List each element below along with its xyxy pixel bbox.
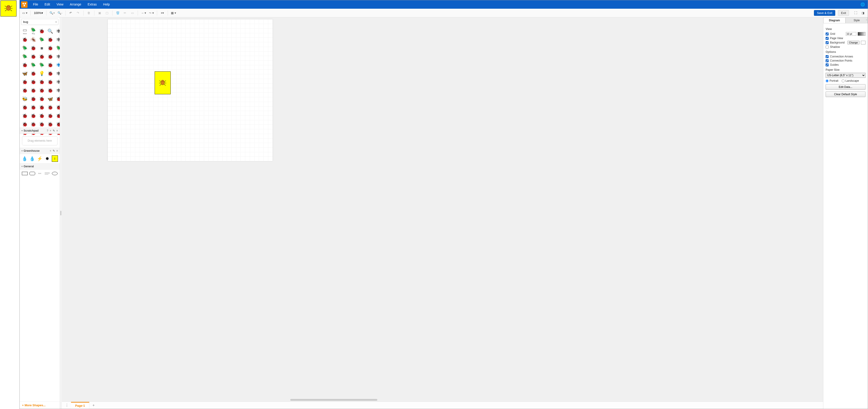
greenhouse-header[interactable]: ▾ Greenhouse + ✎ × bbox=[20, 148, 60, 154]
to-front-button[interactable]: ▣ bbox=[97, 10, 103, 16]
greenhouse-edit-icon[interactable]: ✎ bbox=[53, 149, 55, 152]
shape-result[interactable]: 🐞 bbox=[21, 61, 29, 69]
fullscreen-button[interactable]: ⛶ bbox=[852, 10, 859, 16]
fan-icon[interactable]: ✹ bbox=[44, 156, 51, 162]
rounded-rect-shape[interactable] bbox=[29, 171, 36, 176]
canvas-scroll[interactable] bbox=[62, 18, 823, 402]
yellow-card-icon[interactable]: ▯ bbox=[52, 156, 58, 162]
line-color-button[interactable]: ✏ bbox=[122, 10, 128, 16]
page-tab-1[interactable]: Page-1 bbox=[71, 402, 89, 409]
menu-view[interactable]: View bbox=[53, 0, 67, 9]
menu-file[interactable]: File bbox=[30, 0, 41, 9]
shape-result[interactable]: 🐞 bbox=[38, 95, 45, 103]
grid-color-swatch[interactable] bbox=[858, 32, 866, 36]
table-button[interactable]: ▦ ▾ bbox=[170, 10, 177, 16]
shadow-checkbox[interactable]: Shadow bbox=[826, 45, 840, 48]
scratchpad-edit-icon[interactable]: ✎ bbox=[53, 129, 55, 132]
shape-result[interactable]: 🐞 bbox=[38, 103, 45, 111]
shape-result[interactable]: 🐞 bbox=[46, 61, 54, 69]
shape-result[interactable]: 🐞 bbox=[46, 53, 54, 60]
leaf-drop-icon[interactable]: 💧 bbox=[29, 156, 35, 162]
shape-result[interactable]: 🐞 bbox=[46, 121, 54, 128]
scratchpad-add-icon[interactable]: + bbox=[50, 129, 51, 132]
sidebar-splitter[interactable] bbox=[60, 18, 62, 409]
undo-button[interactable]: ↶ bbox=[68, 10, 74, 16]
greenhouse-add-icon[interactable]: + bbox=[50, 149, 51, 152]
paper-size-select[interactable]: US-Letter (8,5" x 11") bbox=[826, 73, 866, 78]
guides-checkbox[interactable]: Guides bbox=[826, 63, 839, 66]
shape-result[interactable]: 🐞 bbox=[30, 95, 37, 103]
shape-result[interactable]: 🐞 bbox=[55, 103, 60, 111]
zoom-select[interactable]: 100% ▾ bbox=[33, 11, 44, 15]
shape-result[interactable]: 🐞 bbox=[38, 87, 45, 94]
view-toggle-button[interactable]: ▭ ▾ bbox=[22, 10, 28, 16]
shape-result[interactable]: 🪳 bbox=[30, 36, 37, 43]
shape-result[interactable]: 🕷 bbox=[55, 70, 60, 77]
shape-result[interactable]: 🐞 bbox=[30, 53, 37, 60]
clear-default-style-button[interactable]: Clear Default Style bbox=[826, 92, 866, 97]
diagram-page[interactable] bbox=[108, 19, 273, 161]
shape-result[interactable]: 🪲 bbox=[55, 44, 60, 52]
tab-style[interactable]: Style bbox=[845, 18, 868, 23]
shape-result[interactable]: 🐞 bbox=[46, 87, 54, 94]
shape-result[interactable]: 🐞 bbox=[21, 87, 29, 94]
shadow-button[interactable]: ▭ bbox=[129, 10, 135, 16]
shape-result[interactable]: 🕷 bbox=[55, 87, 60, 94]
orientation-portrait[interactable]: Portrait bbox=[826, 79, 838, 82]
app-logo[interactable] bbox=[21, 1, 28, 8]
shape-result[interactable]: 🐞 bbox=[30, 103, 37, 111]
shape-result[interactable]: 🐞 bbox=[55, 112, 60, 120]
background-color-swatch[interactable] bbox=[861, 41, 866, 44]
text-shape[interactable]: text bbox=[36, 171, 43, 176]
shape-result[interactable]: 🐞 bbox=[55, 95, 60, 103]
shape-result[interactable]: 🐞 bbox=[46, 112, 54, 120]
shape-result[interactable]: 🐞 bbox=[46, 44, 54, 52]
shape-result[interactable]: 🐞 bbox=[38, 53, 45, 60]
scratchpad-close-icon[interactable]: × bbox=[56, 129, 58, 132]
page-view-checkbox[interactable]: Page View bbox=[826, 37, 843, 40]
lines-shape[interactable] bbox=[44, 171, 51, 176]
shape-search-input[interactable] bbox=[21, 19, 58, 25]
zoom-in-button[interactable]: 🔍+ bbox=[49, 10, 56, 16]
shape-result[interactable]: 🐞 bbox=[46, 103, 54, 111]
shape-result[interactable]: 🔍 bbox=[46, 27, 54, 35]
rect-shape[interactable] bbox=[22, 171, 28, 176]
shape-result[interactable]: 💡 bbox=[38, 70, 45, 77]
background-change-button[interactable]: Change bbox=[847, 41, 860, 44]
shape-result[interactable]: 🐞 bbox=[38, 112, 45, 120]
background-checkbox[interactable]: Background bbox=[826, 41, 845, 44]
horizontal-scrollbar[interactable] bbox=[290, 399, 377, 401]
shape-result[interactable]: 🐞 bbox=[21, 36, 29, 43]
shape-result[interactable]: 🐞 bbox=[21, 121, 29, 128]
menu-help[interactable]: Help bbox=[100, 0, 113, 9]
shape-result[interactable]: 🐞 bbox=[30, 112, 37, 120]
shape-result[interactable]: 🕷 bbox=[55, 53, 60, 60]
shape-result[interactable]: 🐞 bbox=[46, 36, 54, 43]
menu-edit[interactable]: Edit bbox=[41, 0, 53, 9]
search-clear-icon[interactable]: × bbox=[55, 20, 57, 24]
shape-result[interactable]: 🐞 bbox=[38, 78, 45, 86]
scratchpad-help-icon[interactable]: ? bbox=[47, 129, 48, 132]
add-page-button[interactable]: + bbox=[89, 402, 98, 409]
shape-result[interactable]: 🐞 bbox=[21, 78, 29, 86]
shape-result[interactable]: 🐝 bbox=[21, 95, 29, 103]
edit-data-button[interactable]: Edit Data... bbox=[826, 84, 866, 90]
redo-button[interactable]: ↷ bbox=[75, 10, 81, 16]
shape-result[interactable]: 🕷 bbox=[55, 78, 60, 86]
shape-result[interactable]: 🐞 bbox=[30, 87, 37, 94]
bug-shape[interactable] bbox=[155, 71, 170, 94]
shape-result[interactable]: 🪲 bbox=[38, 61, 45, 69]
delete-button[interactable]: 🗑 bbox=[86, 10, 92, 16]
waypoint-button[interactable]: ⤳ ▾ bbox=[148, 10, 155, 16]
shape-result[interactable]: 🪲 bbox=[21, 44, 29, 52]
shape-result[interactable]: 🐞 bbox=[46, 70, 54, 77]
grid-size-input[interactable] bbox=[846, 32, 856, 36]
scratchpad-dropzone[interactable]: Drag elements here bbox=[22, 136, 58, 145]
grid-checkbox[interactable]: Grid bbox=[826, 32, 835, 35]
shape-result[interactable]: 🪲 bbox=[30, 61, 37, 69]
insert-button[interactable]: + ▾ bbox=[159, 10, 165, 16]
more-shapes-button[interactable]: + More Shapes... bbox=[20, 402, 60, 409]
shape-result[interactable]: ■ bbox=[38, 44, 45, 52]
shape-result[interactable]: 🕷 bbox=[55, 27, 60, 35]
greenhouse-close-icon[interactable]: × bbox=[56, 149, 58, 152]
